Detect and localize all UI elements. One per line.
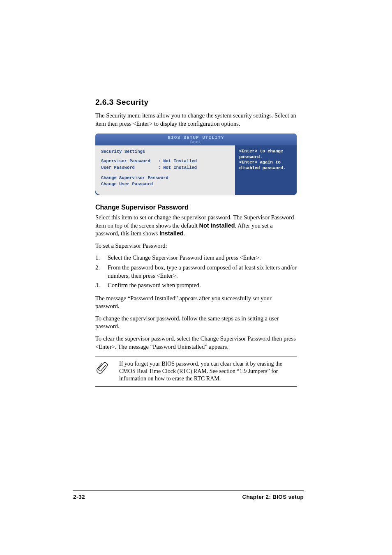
note-text: If you forget your BIOS password, you ca… bbox=[119, 360, 297, 383]
paragraph-1: Select this item to set or change the su… bbox=[95, 214, 297, 238]
paragraph-4: To change the supervisor password, follo… bbox=[95, 315, 297, 331]
bios-header-title: BIOS SETUP UTILITY bbox=[95, 135, 297, 140]
bios-help-pane: <Enter> to change password. <Enter> agai… bbox=[235, 145, 297, 195]
bios-header-sub: Boot bbox=[95, 140, 297, 145]
page-number: 2-32 bbox=[73, 494, 85, 500]
paperclip-icon bbox=[95, 361, 110, 376]
bios-change-user-item: Change User Password bbox=[101, 181, 229, 187]
bios-header: BIOS SETUP UTILITY Boot bbox=[95, 134, 297, 145]
list-item: 1.Select the Change Supervisor Password … bbox=[95, 254, 297, 262]
paragraph-5: To clear the supervisor password, select… bbox=[95, 335, 297, 351]
steps-list: 1.Select the Change Supervisor Password … bbox=[95, 254, 297, 289]
bios-user-password-row: User Password : Not Installed bbox=[101, 165, 229, 171]
page-footer: 2-32 Chapter 2: BIOS setup bbox=[73, 490, 304, 500]
intro-paragraph: The Security menu items allow you to cha… bbox=[95, 112, 297, 128]
paragraph-3: The message “Password Installed” appears… bbox=[95, 295, 297, 311]
section-heading: 2.6.3 Security bbox=[95, 98, 297, 107]
bios-security-settings-title: Security Settings bbox=[101, 149, 229, 155]
not-installed-bold: Not Installed bbox=[199, 222, 235, 229]
change-supervisor-heading: Change Supervisor Password bbox=[95, 204, 297, 211]
bios-screenshot: BIOS SETUP UTILITY Boot Security Setting… bbox=[95, 134, 297, 195]
paragraph-2: To set a Supervisor Password: bbox=[95, 242, 297, 250]
bios-supervisor-password-row: Supervisor Password : Not Installed bbox=[101, 158, 229, 164]
list-item: 2.From the password box, type a password… bbox=[95, 264, 297, 280]
bios-change-supervisor-item: Change Supervisor Password bbox=[101, 175, 229, 181]
chapter-label: Chapter 2: BIOS setup bbox=[242, 494, 304, 500]
bios-left-pane: Security Settings Supervisor Password : … bbox=[95, 145, 235, 195]
installed-bold: Installed bbox=[159, 230, 184, 237]
note-icon bbox=[95, 360, 112, 378]
bios-help-text: <Enter> to change password. <Enter> agai… bbox=[239, 149, 293, 171]
list-item: 3.Confirm the password when prompted. bbox=[95, 281, 297, 290]
note-box: If you forget your BIOS password, you ca… bbox=[95, 357, 297, 387]
